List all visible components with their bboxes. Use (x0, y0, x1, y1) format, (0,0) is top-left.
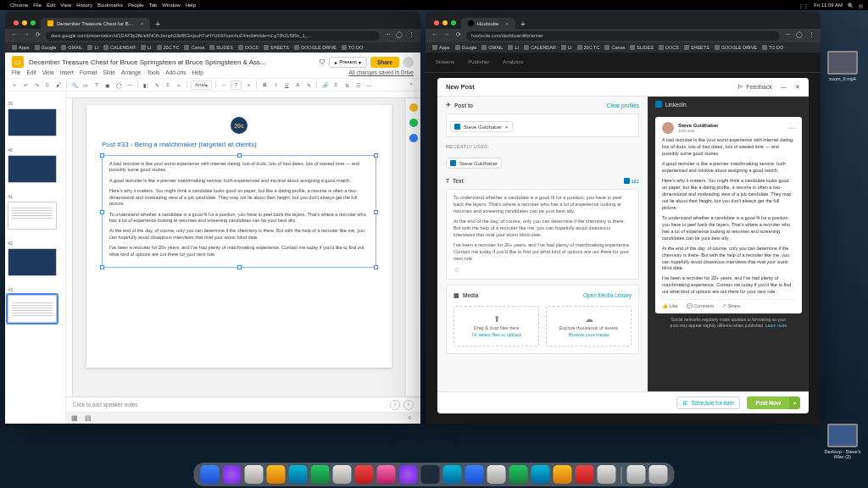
bookmark-item[interactable]: DOCS (659, 45, 679, 50)
bookmark-item[interactable]: LI (561, 45, 572, 50)
menu-people[interactable]: People (128, 3, 144, 8)
next-slide-icon[interactable]: › (403, 400, 414, 410)
filmstrip-view-icon[interactable]: ▦ (71, 414, 80, 423)
browser-tab[interactable]: December Treasure Chest for B… × (41, 18, 150, 29)
link-icon[interactable]: 🔗 (320, 80, 329, 89)
minimize-window[interactable] (442, 20, 448, 25)
border-weight-icon[interactable]: ≡ (164, 80, 172, 89)
menu-edit[interactable]: Edit (47, 3, 55, 8)
line-spacing-icon[interactable]: ⇅ (342, 80, 351, 89)
maximize-window[interactable] (31, 20, 36, 25)
dock-app-icon[interactable] (487, 465, 506, 484)
bookmark-apps[interactable]: Apps (432, 45, 450, 50)
shape-icon[interactable]: ◯ (114, 80, 123, 89)
menu-arrange[interactable]: Arrange (121, 69, 141, 75)
dock-settings-icon[interactable] (598, 465, 616, 484)
bookmark-item[interactable]: SHEETS (264, 45, 289, 50)
back-icon[interactable]: ← (10, 31, 19, 40)
list-icon[interactable]: ☰ (353, 80, 362, 89)
profile-icon[interactable]: ◯ (795, 31, 804, 40)
menu-format[interactable]: Format (80, 69, 97, 75)
menu-help[interactable]: Help (186, 3, 196, 8)
learn-more-link[interactable]: Learn more (765, 323, 787, 328)
slide-thumb[interactable]: 42 (8, 233, 63, 276)
sidepanel-icon[interactable] (409, 103, 418, 112)
slide-thumb[interactable]: 39 (8, 93, 63, 136)
forward-icon[interactable]: → (22, 31, 31, 40)
dock-messages-icon[interactable] (311, 465, 330, 484)
extensions-icon[interactable]: ⋯ (783, 31, 792, 40)
slide-title[interactable]: Post #33 - Being a matchmaker (targeted … (102, 141, 376, 148)
menu-bookmarks[interactable]: Bookmarks (97, 3, 123, 8)
font-size[interactable]: 7 (231, 80, 242, 90)
resize-handle[interactable] (237, 265, 242, 269)
menu-edit[interactable]: Edit (26, 69, 36, 75)
more-icon[interactable]: ⋯ (364, 80, 373, 89)
line-icon[interactable]: ─ (125, 80, 134, 89)
bookmark-item[interactable]: Canva (604, 45, 625, 50)
bookmark-item[interactable]: CALENDAR (524, 45, 556, 50)
dock-mail-icon[interactable] (289, 465, 308, 484)
dock-music-icon[interactable] (377, 465, 396, 484)
minimize-window[interactable] (22, 20, 27, 25)
post-text-area[interactable]: To understand whether a candidate is a g… (446, 189, 639, 280)
new-tab-button[interactable]: + (150, 19, 165, 29)
slide-thumb[interactable]: 41 (8, 186, 63, 230)
bookmark-item[interactable]: GMAIL (61, 45, 82, 50)
explore-icon[interactable]: ✧ (407, 414, 415, 423)
resize-handle[interactable] (237, 153, 242, 158)
dock-chrome-icon[interactable] (267, 465, 286, 484)
resize-handle[interactable] (100, 153, 104, 158)
bookmark-item[interactable]: TO DO (342, 45, 363, 50)
comment-action[interactable]: 💬 Comment (687, 303, 714, 308)
dock-maps-icon[interactable] (333, 465, 352, 484)
dock-app-icon[interactable] (509, 465, 528, 484)
bookmark-item[interactable]: GOOGLE DRIVE (715, 45, 757, 50)
slide-thumb-selected[interactable]: 43 (8, 280, 63, 323)
bookmark-item[interactable]: CALENDAR (103, 45, 136, 50)
bold-icon[interactable]: B (260, 80, 269, 89)
bookmark-apps[interactable]: Apps (12, 45, 30, 50)
doc-title[interactable]: December Treasure Chest for Bruce Spring… (29, 58, 314, 66)
dock-downloads-icon[interactable] (627, 465, 646, 484)
media-upload-slot[interactable]: ⬆ Drag & drop files here Or select files… (453, 306, 539, 347)
sidepanel-icon[interactable] (409, 119, 418, 127)
underline-icon[interactable]: U (282, 80, 291, 89)
nav-item[interactable]: Publisher (466, 54, 491, 71)
font-select[interactable]: Arial ▾ (191, 80, 212, 90)
text-color-icon[interactable]: A (293, 80, 302, 89)
clear-profiles-link[interactable]: Clear profiles (607, 103, 639, 108)
dock-news-icon[interactable] (355, 465, 374, 484)
bookmark-item[interactable]: GOOGLE DRIVE (294, 45, 337, 50)
dock-appstore-icon[interactable] (443, 465, 462, 484)
bookmark-item[interactable]: GMAIL (481, 45, 503, 50)
address-bar[interactable]: docs.google.com/presentation/d/1DAF3p28c… (46, 31, 380, 41)
address-bar[interactable]: hootsuite.com/dashboard#/planner (466, 31, 780, 41)
slide-canvas[interactable]: 20c Post #33 - Being a matchmaker (targe… (86, 105, 392, 368)
close-tab-icon[interactable]: × (505, 21, 509, 26)
dock-tv-icon[interactable] (421, 465, 440, 484)
profile-input[interactable]: Steve Goldhaber × (446, 114, 639, 137)
post-now-dropdown-icon[interactable]: ▾ (789, 396, 800, 409)
dock-siri-icon[interactable] (223, 465, 242, 484)
zoom-icon[interactable]: 🔍 (70, 80, 79, 89)
print-icon[interactable]: ⎙ (43, 80, 52, 89)
menu-file[interactable]: File (33, 3, 42, 8)
post-now-button[interactable]: Post Now (747, 396, 789, 409)
image-icon[interactable]: ▣ (103, 80, 112, 89)
paint-format-icon[interactable]: 🖌 (54, 80, 63, 89)
menu-view[interactable]: View (42, 69, 54, 75)
bookmark-item[interactable]: SLIDES (630, 45, 654, 50)
italic-icon[interactable]: I (271, 80, 280, 89)
clock[interactable]: Fri 11:09 AM (814, 3, 843, 8)
minimize-icon[interactable]: — (781, 84, 787, 90)
dock-app-icon[interactable] (465, 465, 484, 484)
menu-file[interactable]: File (12, 69, 20, 75)
resize-handle[interactable] (100, 265, 104, 269)
menu-slide[interactable]: Slide (103, 69, 115, 75)
close-window[interactable] (434, 20, 439, 25)
close-tab-icon[interactable]: × (141, 21, 144, 26)
desktop-file[interactable]: zoom_0.mp4 (824, 51, 861, 81)
menu-help[interactable]: Help (192, 69, 203, 75)
bookmark-item[interactable]: SHEETS (684, 45, 709, 50)
